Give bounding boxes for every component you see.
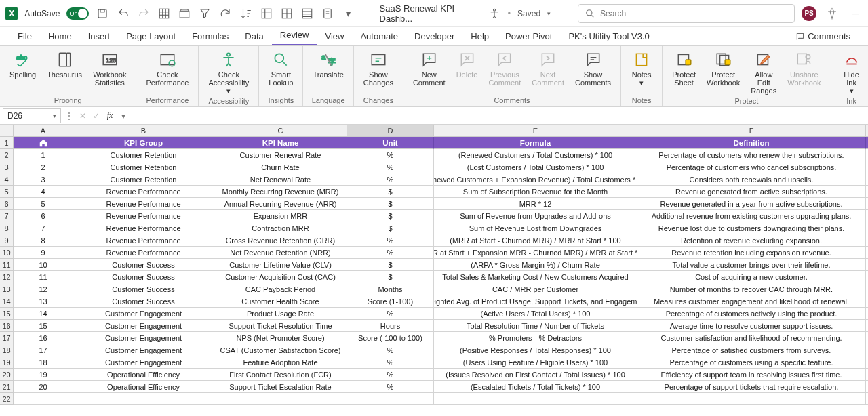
row-header-7[interactable]: 7 [0, 210, 14, 222]
row-header-13[interactable]: 13 [0, 283, 14, 295]
row-header-18[interactable]: 18 [0, 344, 14, 356]
row-header-21[interactable]: 21 [0, 381, 14, 393]
copilot-diamond-icon[interactable] [826, 7, 838, 20]
row-header-10[interactable]: 10 [0, 247, 14, 259]
qat-table-icon[interactable] [300, 6, 314, 21]
th-name[interactable]: KPI Name [214, 137, 347, 149]
row-header-12[interactable]: 12 [0, 271, 14, 283]
row-header-9[interactable]: 9 [0, 234, 14, 247]
th-definition[interactable]: Definition [637, 137, 866, 149]
row-header-17[interactable]: 17 [0, 332, 14, 344]
allow-edit-ranges-button[interactable]: Allow Edit Ranges [747, 49, 781, 96]
row-header-22[interactable]: 22 [0, 393, 14, 405]
tab-power-pivot[interactable]: Power Pivot [497, 27, 560, 45]
tab-automate[interactable]: Automate [352, 27, 406, 45]
save-icon[interactable] [96, 6, 109, 21]
empty-cell[interactable] [637, 393, 866, 405]
row-header-5[interactable]: 5 [0, 186, 14, 198]
row-header-20[interactable]: 20 [0, 369, 14, 381]
col-header-F[interactable]: F [637, 125, 866, 137]
name-box[interactable]: D26 ▾ [3, 108, 61, 123]
select-all-corner[interactable] [0, 125, 14, 137]
search-bar[interactable] [578, 4, 795, 23]
tab-insert[interactable]: Insert [80, 27, 119, 45]
new-comment-button[interactable]: New Comment [409, 49, 450, 88]
row-header-2[interactable]: 2 [0, 149, 14, 161]
row-header-6[interactable]: 6 [0, 198, 14, 210]
prev-comment-button[interactable]: Previous Comment [485, 49, 526, 88]
col-header-C[interactable]: C [214, 125, 347, 137]
row-header-4[interactable]: 4 [0, 173, 14, 186]
col-header-B[interactable]: B [73, 125, 214, 137]
col-header-A[interactable]: A [14, 125, 73, 137]
qat-refresh-icon[interactable] [218, 6, 232, 21]
check-performance-button[interactable]: Check Performance [142, 49, 193, 88]
tab-review[interactable]: Review [272, 26, 317, 45]
tab-data[interactable]: Data [237, 27, 271, 45]
formula-input[interactable] [132, 108, 868, 123]
accessibility-title-icon[interactable] [488, 6, 501, 21]
thesaurus-button[interactable]: Thesaurus [43, 49, 86, 80]
formula-cancel-icon[interactable]: ✕ [76, 108, 90, 123]
workbook-stats-button[interactable]: 123Workbook Statistics [89, 49, 130, 88]
row-header-1[interactable]: 1 [0, 137, 14, 149]
qat-macro-icon[interactable] [321, 6, 334, 21]
undo-icon[interactable] [117, 6, 130, 21]
tab-file[interactable]: File [9, 27, 40, 45]
th-group[interactable]: KPI Group [73, 137, 214, 149]
row-header-14[interactable]: 14 [0, 295, 14, 308]
tab-help[interactable]: Help [462, 27, 497, 45]
formula-enter-icon[interactable]: ✓ [90, 108, 103, 123]
tab-formulas[interactable]: Formulas [184, 27, 237, 45]
redo-icon[interactable] [137, 6, 151, 21]
hide-ink-button[interactable]: Hide Ink▾ [837, 49, 867, 96]
row-header-11[interactable]: 11 [0, 259, 14, 271]
translate-button[interactable]: a字Translate [309, 49, 347, 80]
qat-grid-icon[interactable] [157, 6, 171, 21]
qat-pivot-icon[interactable] [260, 6, 273, 21]
show-comments-button[interactable]: Show Comments [571, 49, 615, 88]
spelling-button[interactable]: abcSpelling [5, 49, 40, 80]
row-header-16[interactable]: 16 [0, 320, 14, 332]
empty-cell[interactable] [214, 393, 347, 405]
empty-cell[interactable] [73, 393, 214, 405]
formula-more-icon[interactable]: ⋮ [62, 108, 76, 123]
avatar[interactable]: PS [802, 6, 816, 21]
autosave-toggle[interactable] [66, 7, 89, 20]
smart-lookup-button[interactable]: Smart Lookup [264, 49, 297, 88]
save-status-caret-icon[interactable]: ▾ [547, 10, 551, 17]
next-comment-button[interactable]: Next Comment [528, 49, 568, 88]
tab-utility[interactable]: PK's Utility Tool V3.0 [560, 27, 657, 45]
show-changes-button[interactable]: Show Changes [359, 49, 397, 88]
search-input[interactable] [600, 9, 787, 18]
qat-sort-icon[interactable] [239, 6, 253, 21]
protect-sheet-button[interactable]: Protect Sheet [668, 49, 700, 88]
col-header-D[interactable]: D [347, 125, 434, 137]
tab-developer[interactable]: Developer [406, 27, 462, 45]
empty-cell[interactable] [434, 393, 637, 405]
qat-open-icon[interactable] [178, 6, 191, 21]
row-header-15[interactable]: 15 [0, 308, 14, 320]
qat-border-icon[interactable] [280, 6, 294, 21]
home-icon-cell[interactable] [14, 137, 73, 149]
check-accessibility-button[interactable]: Check Accessibility ▾ [204, 49, 253, 96]
tab-view[interactable]: View [317, 27, 352, 45]
tab-page-layout[interactable]: Page Layout [118, 27, 184, 45]
empty-cell[interactable] [347, 393, 434, 405]
qat-overflow-icon[interactable]: ▾ [341, 6, 355, 21]
th-unit[interactable]: Unit [347, 137, 434, 149]
name-box-caret-icon[interactable]: ▾ [53, 112, 56, 119]
col-header-E[interactable]: E [434, 125, 637, 137]
comments-pane-button[interactable]: Comments [787, 27, 859, 45]
delete-comment-button[interactable]: Delete [452, 49, 482, 80]
spreadsheet-grid[interactable]: ABCDEFG1KPI GroupKPI NameUnitFormulaDefi… [0, 125, 868, 405]
qat-filter-icon[interactable] [198, 6, 212, 21]
unshare-workbook-button[interactable]: Unshare Workbook [783, 49, 825, 88]
minimize-icon[interactable]: ─ [848, 6, 863, 21]
notes-button[interactable]: Notes▾ [627, 49, 656, 88]
row-header-8[interactable]: 8 [0, 222, 14, 234]
protect-workbook-button[interactable]: Protect Workbook [703, 49, 744, 88]
empty-cell[interactable] [14, 393, 73, 405]
row-header-19[interactable]: 19 [0, 356, 14, 369]
th-formula[interactable]: Formula [434, 137, 637, 149]
